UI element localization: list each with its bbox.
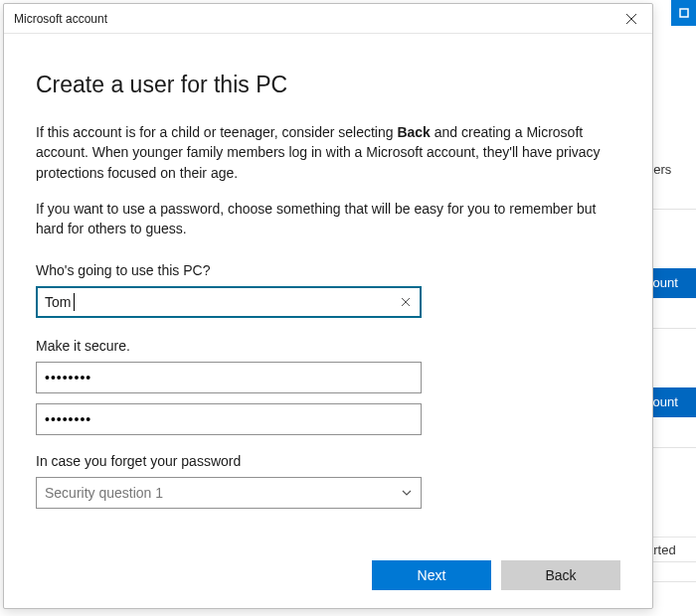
dialog-content: Create a user for this PC If this accoun…: [4, 34, 652, 608]
intro-paragraph-2: If you want to use a password, choose so…: [36, 199, 620, 239]
svg-rect-0: [680, 9, 688, 17]
dialog-title: Microsoft account: [14, 12, 107, 26]
page-heading: Create a user for this PC: [36, 72, 620, 98]
username-input[interactable]: [36, 286, 422, 318]
create-user-dialog: Microsoft account Create a user for this…: [3, 3, 653, 609]
password-input[interactable]: [36, 362, 422, 393]
maximize-icon: [679, 8, 689, 18]
password-label: Make it secure.: [36, 338, 620, 354]
close-icon: [400, 296, 412, 308]
dialog-titlebar: Microsoft account: [4, 4, 652, 34]
username-field-wrap: [36, 286, 422, 318]
username-clear-button[interactable]: [394, 290, 418, 314]
security-question-placeholder: Security question 1: [45, 485, 163, 501]
para1-prefix: If this account is for a child or teenag…: [36, 124, 397, 140]
confirm-password-field-wrap: [36, 403, 422, 435]
confirm-password-input[interactable]: [36, 403, 422, 435]
next-button[interactable]: Next: [372, 560, 491, 590]
para1-bold: Back: [397, 124, 430, 140]
username-label: Who's going to use this PC?: [36, 262, 620, 278]
dialog-footer: Next Back: [36, 540, 620, 590]
forgot-password-label: In case you forget your password: [36, 453, 620, 469]
close-icon: [625, 13, 637, 25]
back-button[interactable]: Back: [501, 560, 620, 590]
dialog-close-button[interactable]: [614, 6, 648, 32]
intro-paragraph-1: If this account is for a child or teenag…: [36, 122, 620, 183]
background-maximize-button[interactable]: [671, 0, 696, 26]
text-caret: [74, 293, 75, 311]
password-field-wrap: [36, 362, 422, 393]
security-question-select[interactable]: Security question 1: [36, 477, 422, 509]
chevron-down-icon: [401, 489, 413, 497]
